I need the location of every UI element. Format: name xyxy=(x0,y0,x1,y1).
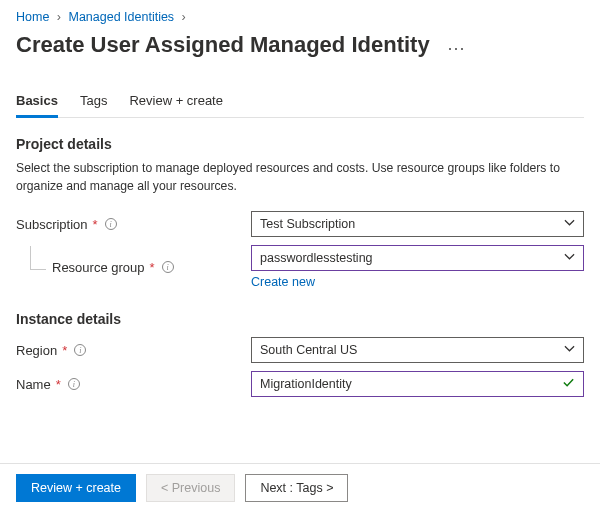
next-button[interactable]: Next : Tags > xyxy=(245,474,348,502)
region-select[interactable]: South Central US xyxy=(251,337,584,363)
subscription-select[interactable]: Test Subscription xyxy=(251,211,584,237)
page-title: Create User Assigned Managed Identity xyxy=(16,32,430,58)
project-details-description: Select the subscription to manage deploy… xyxy=(16,160,584,195)
subscription-label: Subscription* i xyxy=(16,217,251,232)
check-icon xyxy=(562,376,575,392)
chevron-down-icon xyxy=(564,212,575,236)
tab-basics[interactable]: Basics xyxy=(16,87,58,118)
review-create-button[interactable]: Review + create xyxy=(16,474,136,502)
chevron-right-icon: › xyxy=(182,10,186,24)
previous-button: < Previous xyxy=(146,474,235,502)
region-label: Region* i xyxy=(16,343,251,358)
resource-group-label: Resource group* i xyxy=(16,260,251,275)
info-icon[interactable]: i xyxy=(68,378,80,390)
info-icon[interactable]: i xyxy=(74,344,86,356)
breadcrumb: Home › Managed Identities › xyxy=(16,10,584,24)
info-icon[interactable]: i xyxy=(105,218,117,230)
footer-bar: Review + create < Previous Next : Tags > xyxy=(0,463,600,516)
info-icon[interactable]: i xyxy=(162,261,174,273)
instance-details-heading: Instance details xyxy=(16,311,584,327)
name-label: Name* i xyxy=(16,377,251,392)
breadcrumb-home[interactable]: Home xyxy=(16,10,49,24)
region-value: South Central US xyxy=(260,343,357,357)
project-details-heading: Project details xyxy=(16,136,584,152)
resource-group-select[interactable]: passwordlesstesting xyxy=(251,245,584,271)
subscription-value: Test Subscription xyxy=(260,217,355,231)
more-actions-icon[interactable]: ⋯ xyxy=(447,37,465,59)
breadcrumb-managed-identities[interactable]: Managed Identities xyxy=(68,10,174,24)
name-input[interactable]: MigrationIdentity xyxy=(251,371,584,397)
chevron-down-icon xyxy=(564,246,575,270)
tree-connector-icon xyxy=(30,246,46,270)
create-new-link[interactable]: Create new xyxy=(251,275,315,289)
resource-group-value: passwordlesstesting xyxy=(260,251,373,265)
tab-review-create[interactable]: Review + create xyxy=(129,87,223,118)
name-value: MigrationIdentity xyxy=(260,377,352,391)
tab-tags[interactable]: Tags xyxy=(80,87,107,118)
tab-bar: Basics Tags Review + create xyxy=(16,86,584,118)
chevron-down-icon xyxy=(564,338,575,362)
chevron-right-icon: › xyxy=(57,10,61,24)
page-body: Home › Managed Identities › Create User … xyxy=(0,0,600,397)
